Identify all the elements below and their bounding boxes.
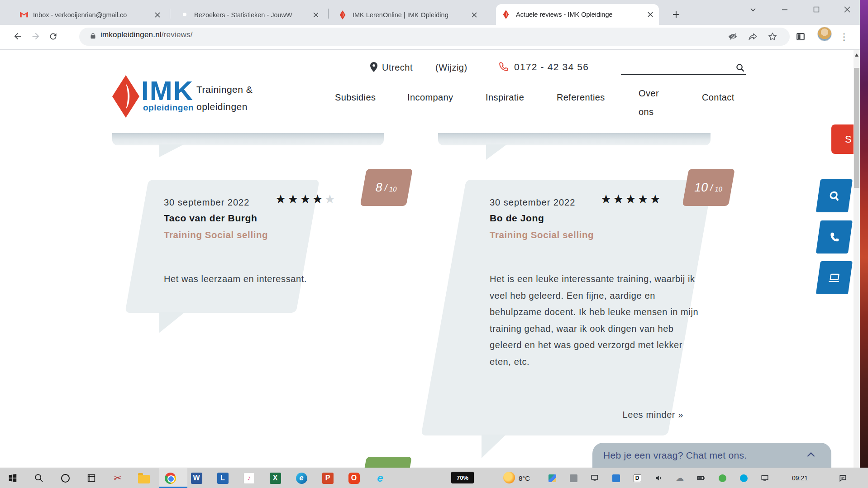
- monitor-tray-icon[interactable]: [588, 472, 601, 484]
- task-view-icon[interactable]: [85, 472, 98, 484]
- taskbar-search-icon[interactable]: [33, 472, 45, 484]
- teamviewer-tray-icon[interactable]: [737, 472, 750, 484]
- displayfusion-tray-icon[interactable]: D: [631, 472, 644, 484]
- snipping-tool-icon[interactable]: [111, 472, 124, 484]
- notification-center-icon[interactable]: [836, 472, 849, 484]
- cortana-icon[interactable]: [59, 472, 72, 484]
- onedrive-tray-icon[interactable]: [673, 472, 686, 484]
- volume-tray-icon[interactable]: [652, 472, 665, 484]
- display-settings-tray-icon[interactable]: [758, 472, 771, 484]
- chrome-icon[interactable]: [164, 472, 176, 484]
- taskbar-items: W L X e P O e 70% 8°C D: [0, 0, 868, 488]
- word-icon[interactable]: W: [190, 472, 203, 484]
- weather-temperature[interactable]: 8°C: [519, 474, 530, 482]
- edge-icon[interactable]: e: [295, 472, 308, 484]
- battery-level-badge[interactable]: 70%: [451, 472, 474, 483]
- office-icon[interactable]: O: [348, 472, 360, 484]
- file-explorer-icon[interactable]: [138, 472, 150, 484]
- linkedin-learning-icon[interactable]: L: [216, 472, 229, 484]
- screen: Inbox - verkooijenrian@gmail.co Bezoeker…: [0, 0, 868, 488]
- battery-level-text: 70%: [457, 474, 468, 481]
- weather-icon[interactable]: [503, 472, 515, 483]
- input-device-tray-icon[interactable]: [567, 472, 580, 484]
- photos-tray-icon[interactable]: [546, 472, 558, 484]
- blue-app-tray-icon[interactable]: [610, 472, 622, 484]
- itunes-icon[interactable]: [243, 472, 255, 484]
- start-button[interactable]: [6, 472, 19, 484]
- taskbar-clock[interactable]: 09:21: [792, 474, 808, 482]
- battery-tray-icon[interactable]: [695, 472, 707, 484]
- antivirus-tray-icon[interactable]: [716, 472, 729, 484]
- internet-explorer-icon[interactable]: e: [374, 472, 386, 484]
- powerpoint-icon[interactable]: P: [321, 472, 334, 484]
- excel-icon[interactable]: X: [269, 472, 281, 484]
